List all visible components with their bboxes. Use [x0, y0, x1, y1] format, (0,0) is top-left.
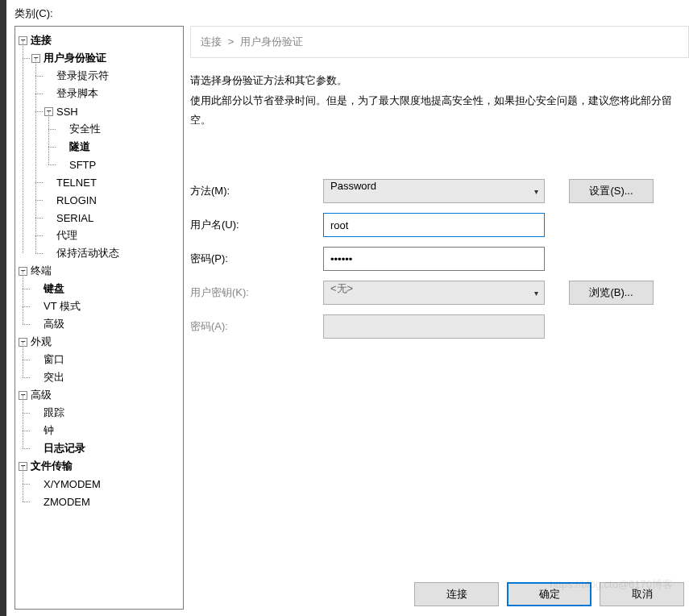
- tree-item-vtmode[interactable]: VT 模式: [31, 298, 180, 315]
- username-input[interactable]: [323, 213, 545, 237]
- browse-button[interactable]: 浏览(B)...: [569, 281, 654, 305]
- tree-auth[interactable]: − 用户身份验证: [31, 49, 180, 67]
- tree-item-serial[interactable]: SERIAL: [44, 209, 180, 227]
- tree-item-login-prompt[interactable]: 登录提示符: [44, 67, 180, 85]
- method-select[interactable]: Password: [323, 179, 545, 203]
- tree-item-keyboard[interactable]: 键盘: [31, 280, 180, 298]
- category-label: 类别(C):: [15, 6, 689, 21]
- tree-item-log[interactable]: 日志记录: [31, 439, 180, 457]
- tree-item-keepalive[interactable]: 保持活动状态: [44, 244, 180, 262]
- tree-terminal[interactable]: − 终端: [19, 262, 180, 280]
- tree-item-advanced[interactable]: 高级: [31, 315, 180, 333]
- method-label: 方法(M):: [190, 184, 323, 198]
- tree-item-trace[interactable]: 跟踪: [31, 404, 180, 422]
- chevron-right-icon: >: [228, 35, 235, 48]
- tree-appearance[interactable]: − 外观: [19, 333, 180, 351]
- keypass-label: 密码(A):: [190, 319, 323, 334]
- breadcrumb-parent: 连接: [201, 35, 222, 48]
- tree-file-transfer[interactable]: − 文件传输: [19, 457, 180, 475]
- tree-advanced[interactable]: − 高级: [19, 386, 180, 404]
- userkey-label: 用户密钥(K):: [190, 285, 323, 300]
- tree-item-telnet[interactable]: TELNET: [44, 173, 180, 191]
- category-tree: − 连接 − 用户身份验证 登录提示符 登录: [15, 26, 184, 610]
- cancel-button[interactable]: 取消: [600, 582, 684, 606]
- tree-item-window[interactable]: 窗口: [31, 351, 180, 368]
- tree-item-sftp[interactable]: SFTP: [57, 156, 180, 173]
- breadcrumb: 连接 > 用户身份验证: [190, 26, 689, 58]
- password-input[interactable]: [323, 247, 545, 271]
- tree-item-xymodem[interactable]: X/YMODEM: [31, 475, 180, 493]
- breadcrumb-current: 用户身份验证: [240, 35, 303, 48]
- tree-item-login-script[interactable]: 登录脚本: [44, 85, 180, 102]
- ok-button[interactable]: 确定: [507, 582, 591, 606]
- tree-item-rlogin[interactable]: RLOGIN: [44, 191, 180, 209]
- password-label: 密码(P):: [190, 252, 323, 266]
- tree-item-proxy[interactable]: 代理: [44, 227, 180, 244]
- userkey-select: <无>: [323, 281, 545, 305]
- description-text: 请选择身份验证方法和其它参数。 使用此部分以节省登录时间。但是，为了最大限度地提…: [190, 71, 689, 131]
- keypass-input: [323, 314, 545, 339]
- tree-item-highlight[interactable]: 突出: [31, 368, 180, 386]
- tree-item-security[interactable]: 安全性: [57, 120, 180, 138]
- connect-button[interactable]: 连接: [414, 582, 499, 606]
- tree-item-clock[interactable]: 钟: [31, 422, 180, 439]
- settings-button[interactable]: 设置(S)...: [569, 179, 654, 203]
- tree-connection[interactable]: − 连接: [19, 31, 180, 49]
- tree-ssh[interactable]: − SSH: [44, 102, 180, 120]
- tree-item-tunnel[interactable]: 隧道: [57, 138, 180, 156]
- username-label: 用户名(U):: [190, 218, 323, 232]
- tree-item-zmodem[interactable]: ZMODEM: [31, 493, 180, 510]
